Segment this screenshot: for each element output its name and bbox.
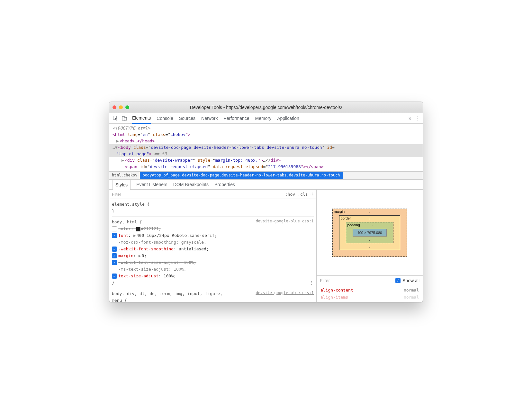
crumb-body[interactable]: body#top_of_page.devsite-doc-page.devsit…	[140, 172, 342, 179]
rule-element-style[interactable]: element.style { }	[112, 200, 314, 217]
box-border[interactable]: border - - - - padding - - - - 40	[339, 215, 401, 250]
prop-checkbox[interactable]	[112, 226, 117, 231]
prop-text-size-adjust[interactable]: ✓text-size-adjust: 100%;	[112, 273, 314, 279]
prop-checkbox[interactable]: ✓	[112, 260, 117, 265]
devtools-toolbar: Elements Console Sources Network Perform…	[109, 113, 423, 124]
toolbar-separator	[130, 115, 130, 121]
prop-webkit-font-smoothing[interactable]: ✓-webkit-font-smoothing: antialiased;	[112, 246, 314, 252]
tab-console[interactable]: Console	[157, 113, 173, 123]
expand-icon[interactable]: ▶	[122, 158, 124, 163]
expand-icon[interactable]: ▶	[133, 233, 136, 238]
rule-selector[interactable]: element.style {	[112, 201, 314, 208]
close-window-button[interactable]	[113, 105, 116, 109]
box-model[interactable]: margin - - - - border - - - - padding	[317, 190, 423, 275]
styles-pane: Filter :hov .cls + element.style { } dev…	[109, 190, 316, 302]
dom-tree[interactable]: <!DOCTYPE html> <html lang="en" class="c…	[109, 124, 423, 171]
subtab-properties[interactable]: Properties	[214, 180, 235, 189]
tab-network[interactable]: Network	[201, 113, 218, 123]
titlebar: Developer Tools - https://developers.goo…	[109, 102, 423, 113]
dom-head[interactable]: ▶<head>…</head>	[109, 138, 423, 144]
styles-subtabs: Styles Event Listeners DOM Breakpoints P…	[109, 180, 423, 190]
prop-font[interactable]: ✓font: ▶400 16px/24px Roboto,sans-serif;	[112, 232, 314, 239]
computed-row[interactable]: align-itemsnormal	[320, 294, 419, 301]
computed-filter-input[interactable]: Filter	[320, 278, 330, 283]
box-margin[interactable]: margin - - - - border - - - - padding	[332, 209, 407, 257]
tab-memory[interactable]: Memory	[255, 113, 272, 123]
tab-application[interactable]: Application	[277, 113, 299, 123]
new-style-rule-icon[interactable]: +	[310, 191, 314, 198]
style-rules: element.style { } devsite-google-blue.cs…	[109, 199, 316, 302]
prop-margin[interactable]: ✓margin: ▶0;	[112, 252, 314, 259]
devtools-window: Developer Tools - https://developers.goo…	[109, 102, 423, 302]
prop-color[interactable]: color: #212121;	[112, 225, 314, 232]
styles-filter-bar: Filter :hov .cls +	[109, 190, 316, 199]
computed-pane: margin - - - - border - - - - padding	[316, 190, 423, 302]
window-title: Developer Tools - https://developers.goo…	[132, 105, 419, 110]
styles-panels: Filter :hov .cls + element.style { } dev…	[109, 190, 423, 302]
prop-checkbox[interactable]: ✓	[112, 247, 117, 252]
rule-close: }	[112, 279, 114, 286]
prop-checkbox[interactable]: ✓	[112, 274, 117, 279]
expand-icon[interactable]: ▶	[139, 253, 141, 258]
prop-checkbox[interactable]: ✓	[112, 253, 117, 258]
dom-div[interactable]: ▶<div class="devsite-wrapper" style="mar…	[109, 157, 423, 164]
prop-ms-text-size-adjust[interactable]: -ms-text-size-adjust: 100%;	[112, 266, 314, 273]
padding-label: padding	[347, 223, 360, 227]
inspect-element-icon[interactable]	[112, 115, 119, 122]
kebab-menu-icon[interactable]: ⋮	[415, 115, 420, 121]
tab-sources[interactable]: Sources	[179, 113, 195, 123]
panel-tabs: Elements Console Sources Network Perform…	[132, 113, 299, 123]
crumb-html[interactable]: html.chekov	[109, 172, 140, 179]
prop-checkbox[interactable]: ✓	[112, 233, 117, 238]
hov-toggle[interactable]: :hov	[285, 192, 295, 197]
rule-source-link[interactable]: devsite-google-blue.css:1	[256, 218, 314, 225]
subtab-styles[interactable]: Styles	[113, 180, 131, 190]
computed-filter-bar: Filter ✓ Show all	[317, 275, 423, 285]
subtab-dom-breakpoints[interactable]: DOM Breakpoints	[173, 180, 209, 189]
rule-body-div-etc[interactable]: devsite-google-blue.css:1 body, div, dl,…	[112, 290, 314, 302]
box-padding[interactable]: padding - - - - 400 × 7975.080	[346, 222, 394, 243]
toolbar-right: » ⋮	[409, 115, 420, 121]
rule-body-html[interactable]: devsite-google-blue.css:1 body, html { c…	[112, 218, 314, 288]
styles-filter-input[interactable]: Filter	[112, 192, 121, 197]
color-swatch-icon[interactable]	[136, 227, 140, 231]
computed-row[interactable]: align-contentnormal	[320, 287, 419, 294]
prop-moz-osx-font-smoothing[interactable]: -moz-osx-font-smoothing: grayscale;	[112, 239, 314, 246]
rule-close: }	[112, 208, 314, 214]
show-all-label[interactable]: Show all	[402, 278, 419, 283]
traffic-lights	[113, 105, 129, 109]
margin-label: margin	[334, 210, 345, 213]
tab-performance[interactable]: Performance	[223, 113, 249, 123]
zoom-window-button[interactable]	[125, 105, 129, 109]
more-tabs-icon[interactable]: »	[409, 115, 411, 121]
show-all-checkbox[interactable]: ✓	[395, 278, 401, 283]
kebab-menu-icon[interactable]: ⋮	[310, 279, 314, 286]
collapse-icon[interactable]: ▼	[115, 145, 118, 150]
expand-icon[interactable]: ▶	[116, 139, 119, 143]
dom-body-selected-line2[interactable]: "top_of_page"> == $0	[109, 151, 423, 157]
cls-toggle[interactable]: .cls	[298, 192, 308, 197]
minimize-window-button[interactable]	[119, 105, 123, 109]
box-content[interactable]: 400 × 7975.080	[353, 229, 387, 237]
rule-selector[interactable]: body, div, dl, dd, form, img, input, fig…	[112, 290, 234, 302]
dom-html[interactable]: <html lang="en" class="chekov">	[109, 131, 423, 138]
subtab-event-listeners[interactable]: Event Listeners	[136, 180, 167, 189]
prop-webkit-text-size-adjust[interactable]: ✓-webkit-text-size-adjust: 100%;	[112, 259, 314, 266]
dom-body-selected[interactable]: …▼<body class="devsite-doc-page devsite-…	[109, 144, 423, 151]
svg-rect-2	[124, 117, 127, 120]
tab-elements[interactable]: Elements	[132, 113, 151, 124]
computed-list[interactable]: align-contentnormal align-itemsnormal	[317, 285, 423, 302]
border-label: border	[341, 216, 351, 220]
device-toolbar-icon[interactable]	[121, 115, 128, 122]
dom-span[interactable]: <span id="devsite-request-elapsed" data-…	[109, 164, 423, 170]
breadcrumb: html.chekov body#top_of_page.devsite-doc…	[109, 171, 423, 180]
rule-source-link[interactable]: devsite-google-blue.css:1	[256, 290, 314, 296]
dom-doctype[interactable]: <!DOCTYPE html>	[109, 125, 423, 131]
